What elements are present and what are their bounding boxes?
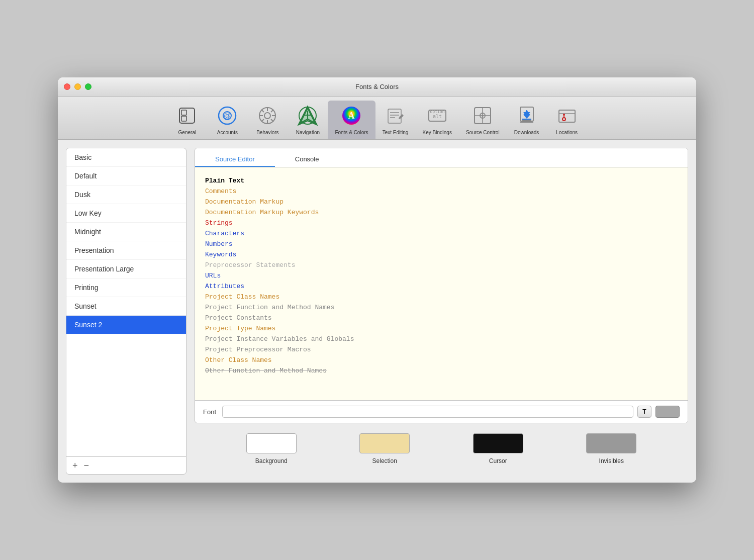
toolbar-accounts[interactable]: @ Accounts xyxy=(207,101,247,139)
main-window: Fonts & Colors General @ xyxy=(58,77,696,483)
toolbar-accounts-label: Accounts xyxy=(217,130,238,135)
accounts-icon: @ xyxy=(215,104,239,128)
color-strings[interactable]: Strings xyxy=(205,218,678,228)
swatch-invisibles[interactable]: Invisibles xyxy=(586,433,636,464)
color-attributes[interactable]: Attributes xyxy=(205,281,678,292)
color-plain-text[interactable]: Plain Text xyxy=(205,175,678,186)
add-theme-button[interactable]: + xyxy=(72,461,78,470)
font-color-swatch[interactable] xyxy=(655,406,680,418)
svg-line-15 xyxy=(261,119,264,122)
invisibles-swatch-label: Invisibles xyxy=(599,457,624,464)
swatch-cursor[interactable]: Cursor xyxy=(473,433,523,464)
right-panel: Source Editor Console Plain Text Comment… xyxy=(195,148,688,475)
svg-line-13 xyxy=(271,119,273,122)
theme-default[interactable]: Default xyxy=(66,167,186,185)
bottom-swatches: Background Selection Cursor Invisibles xyxy=(195,423,688,475)
theme-basic[interactable]: Basic xyxy=(66,148,186,167)
svg-text:A: A xyxy=(348,111,355,121)
color-project-constants[interactable]: Project Constants xyxy=(205,313,678,323)
tab-source-editor[interactable]: Source Editor xyxy=(195,152,275,167)
svg-text:alt: alt xyxy=(433,114,442,119)
selection-swatch-box[interactable] xyxy=(359,433,410,453)
remove-theme-button[interactable]: − xyxy=(84,461,89,470)
theme-sunset[interactable]: Sunset xyxy=(66,297,186,316)
color-characters[interactable]: Characters xyxy=(205,228,678,239)
theme-sunset-2[interactable]: Sunset 2 xyxy=(66,316,186,334)
invisibles-swatch-box[interactable] xyxy=(586,433,636,453)
toolbar-locations[interactable]: Locations xyxy=(547,101,587,139)
toolbar-key-bindings-label: Key Bindings xyxy=(423,130,452,135)
theme-midnight[interactable]: Midnight xyxy=(66,223,186,241)
color-project-instance-variables[interactable]: Project Instance Variables and Globals xyxy=(205,334,678,344)
source-control-icon xyxy=(470,104,495,128)
color-numbers[interactable]: Numbers xyxy=(205,239,678,249)
toolbar-downloads[interactable]: Downloads xyxy=(507,101,547,139)
color-project-function-method-names[interactable]: Project Function and Method Names xyxy=(205,302,678,313)
color-keywords[interactable]: Keywords xyxy=(205,249,678,260)
locations-icon xyxy=(555,104,579,128)
toolbar-navigation[interactable]: Navigation xyxy=(288,101,328,139)
editor-panel: Source Editor Console Plain Text Comment… xyxy=(195,148,688,423)
color-documentation-markup-keywords[interactable]: Documentation Markup Keywords xyxy=(205,207,678,218)
color-project-type-names[interactable]: Project Type Names xyxy=(205,323,678,334)
svg-text:option: option xyxy=(430,110,444,114)
background-swatch-box[interactable] xyxy=(246,433,297,453)
svg-line-14 xyxy=(271,110,273,112)
close-button[interactable] xyxy=(64,83,70,90)
color-urls[interactable]: URLs xyxy=(205,270,678,281)
color-project-preprocessor-macros[interactable]: Project Preprocessor Macros xyxy=(205,344,678,355)
svg-marker-43 xyxy=(524,115,530,119)
svg-point-49 xyxy=(563,114,565,116)
general-icon xyxy=(175,104,199,128)
theme-presentation-large[interactable]: Presentation Large xyxy=(66,260,186,278)
minimize-button[interactable] xyxy=(74,83,81,90)
color-other-class-names[interactable]: Other Class Names xyxy=(205,355,678,365)
font-input[interactable] xyxy=(222,406,633,418)
svg-rect-45 xyxy=(559,110,575,122)
svg-rect-1 xyxy=(181,110,186,115)
window-title: Fonts & Colors xyxy=(355,83,399,90)
toolbar-navigation-label: Navigation xyxy=(296,130,320,135)
color-other-function-method-names[interactable]: Other Function and Method Names xyxy=(205,365,678,376)
cursor-swatch-box[interactable] xyxy=(473,433,523,453)
swatch-background[interactable]: Background xyxy=(246,433,297,464)
color-items-list: Plain Text Comments Documentation Markup… xyxy=(195,167,688,400)
editor-tabs: Source Editor Console xyxy=(195,148,688,167)
toolbar-locations-label: Locations xyxy=(556,130,578,135)
title-bar: Fonts & Colors xyxy=(58,77,696,97)
toolbar-source-control-label: Source Control xyxy=(466,130,500,135)
selection-swatch-label: Selection xyxy=(372,457,397,464)
svg-point-35 xyxy=(482,115,484,117)
toolbar-general[interactable]: General xyxy=(167,101,207,139)
toolbar-fonts-colors-label: Fonts & Colors xyxy=(335,130,368,135)
key-bindings-icon: alt option xyxy=(425,104,449,128)
toolbar-behaviors[interactable]: Behaviors xyxy=(247,101,288,139)
swatch-selection[interactable]: Selection xyxy=(359,433,410,464)
themes-footer: + − xyxy=(66,456,186,474)
svg-point-47 xyxy=(562,118,566,121)
fonts-colors-icon: A xyxy=(339,104,363,128)
toolbar-key-bindings[interactable]: alt option Key Bindings xyxy=(416,101,459,139)
font-row: Font T xyxy=(195,400,688,423)
color-project-class-names[interactable]: Project Class Names xyxy=(205,292,678,302)
toolbar-text-editing[interactable]: Text Editing xyxy=(375,101,416,139)
tab-console[interactable]: Console xyxy=(275,152,339,167)
color-preprocessor-statements[interactable]: Preprocessor Statements xyxy=(205,260,678,270)
toolbar-source-control[interactable]: Source Control xyxy=(459,101,507,139)
font-type-button[interactable]: T xyxy=(637,406,651,418)
cursor-swatch-label: Cursor xyxy=(489,457,507,464)
toolbar-text-editing-label: Text Editing xyxy=(383,130,409,135)
svg-text:@: @ xyxy=(224,112,231,120)
theme-presentation[interactable]: Presentation xyxy=(66,241,186,260)
toolbar-fonts-colors[interactable]: A Fonts & Colors xyxy=(328,101,375,139)
color-documentation-markup[interactable]: Documentation Markup xyxy=(205,197,678,207)
toolbar-behaviors-label: Behaviors xyxy=(256,130,278,135)
maximize-button[interactable] xyxy=(85,83,91,90)
theme-low-key[interactable]: Low Key xyxy=(66,204,186,223)
color-comments[interactable]: Comments xyxy=(205,186,678,197)
svg-rect-24 xyxy=(388,109,401,123)
theme-dusk[interactable]: Dusk xyxy=(66,185,186,204)
theme-printing[interactable]: Printing xyxy=(66,278,186,297)
downloads-icon xyxy=(515,104,539,128)
svg-rect-2 xyxy=(181,116,186,121)
